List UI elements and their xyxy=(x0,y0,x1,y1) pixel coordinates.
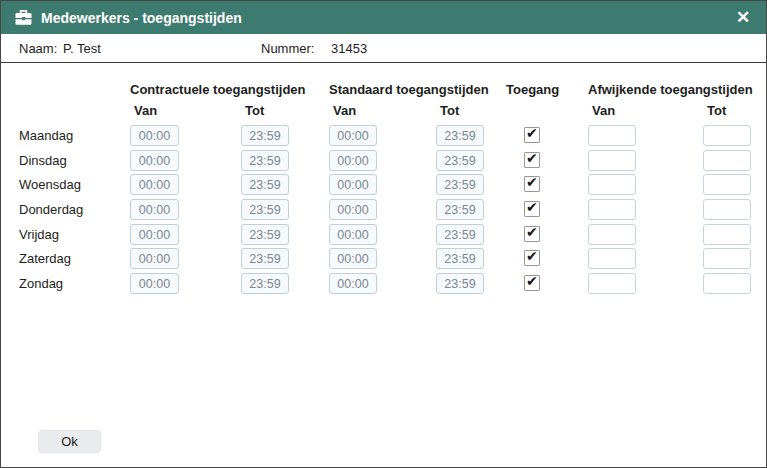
header-standaard-tot: Tot xyxy=(440,103,459,118)
contract-van-input xyxy=(130,199,179,220)
header-standaard-van: Van xyxy=(333,103,356,118)
standaard-van-input xyxy=(329,125,377,146)
contract-van-input xyxy=(130,248,179,269)
ok-button-label: Ok xyxy=(61,434,78,449)
briefcase-icon xyxy=(15,10,32,25)
standaard-van-input xyxy=(329,273,377,294)
day-label: Dinsdag xyxy=(19,150,67,171)
header-contract-tot: Tot xyxy=(245,103,264,118)
standaard-van-input xyxy=(329,199,377,220)
table-row: Donderdag xyxy=(1,199,766,220)
toegang-checkbox[interactable] xyxy=(524,201,540,217)
header-contract-van: Van xyxy=(134,103,157,118)
standaard-tot-input xyxy=(436,174,484,195)
standaard-tot-input xyxy=(436,150,484,171)
standaard-tot-input xyxy=(436,125,484,146)
afwijkend-tot-input[interactable] xyxy=(703,224,751,245)
afwijkend-van-input[interactable] xyxy=(588,199,636,220)
standaard-tot-input xyxy=(436,224,484,245)
standaard-van-input xyxy=(329,174,377,195)
contract-van-input xyxy=(130,273,179,294)
standaard-tot-input xyxy=(436,248,484,269)
contract-tot-input xyxy=(241,248,289,269)
afwijkend-van-input[interactable] xyxy=(588,150,636,171)
day-label: Vrijdag xyxy=(19,224,59,245)
title-bar: Medewerkers - toegangstijden ✕ xyxy=(1,1,766,34)
ok-button[interactable]: Ok xyxy=(38,430,101,453)
employee-header: Naam: P. Test Nummer: 31453 xyxy=(1,34,766,63)
afwijkend-tot-input[interactable] xyxy=(703,248,751,269)
day-label: Woensdag xyxy=(19,174,81,195)
afwijkend-tot-input[interactable] xyxy=(703,174,751,195)
table-row: Dinsdag xyxy=(1,150,766,171)
toegang-checkbox[interactable] xyxy=(524,226,540,242)
day-label: Zondag xyxy=(19,273,63,294)
contract-van-input xyxy=(130,150,179,171)
header-standaard-toegangstijden: Standaard toegangstijden xyxy=(329,82,489,97)
contract-tot-input xyxy=(241,273,289,294)
header-afwijkend-tot: Tot xyxy=(707,103,726,118)
afwijkend-tot-input[interactable] xyxy=(703,273,751,294)
window-title: Medewerkers - toegangstijden xyxy=(41,10,242,26)
contract-tot-input xyxy=(241,224,289,245)
standaard-van-input xyxy=(329,150,377,171)
contract-tot-input xyxy=(241,125,289,146)
table-row: Zondag xyxy=(1,273,766,294)
afwijkend-tot-input[interactable] xyxy=(703,199,751,220)
table-row: Vrijdag xyxy=(1,224,766,245)
contract-tot-input xyxy=(241,150,289,171)
header-afwijkend-van: Van xyxy=(592,103,615,118)
standaard-tot-input xyxy=(436,273,484,294)
day-label: Donderdag xyxy=(19,199,83,220)
header-toegang: Toegang xyxy=(506,82,559,97)
standaard-van-input xyxy=(329,248,377,269)
toegang-checkbox[interactable] xyxy=(524,250,540,266)
nummer-value: 31453 xyxy=(331,41,367,56)
afwijkend-van-input[interactable] xyxy=(588,125,636,146)
afwijkend-van-input[interactable] xyxy=(588,273,636,294)
standaard-tot-input xyxy=(436,199,484,220)
contract-tot-input xyxy=(241,174,289,195)
table-row: Woensdag xyxy=(1,174,766,195)
contract-van-input xyxy=(130,224,179,245)
afwijkend-van-input[interactable] xyxy=(588,174,636,195)
toegang-checkbox[interactable] xyxy=(524,275,540,291)
naam-label: Naam: xyxy=(19,41,57,56)
afwijkend-van-input[interactable] xyxy=(588,224,636,245)
afwijkend-tot-input[interactable] xyxy=(703,150,751,171)
contract-tot-input xyxy=(241,199,289,220)
toegang-checkbox[interactable] xyxy=(524,152,540,168)
dialog-medewerkers-toegangstijden: Medewerkers - toegangstijden ✕ Naam: P. … xyxy=(0,0,767,468)
toegang-checkbox[interactable] xyxy=(524,176,540,192)
day-label: Zaterdag xyxy=(19,248,71,269)
header-contractuele-toegangstijden: Contractuele toegangstijden xyxy=(130,82,306,97)
table-row: Maandag xyxy=(1,125,766,146)
close-icon[interactable]: ✕ xyxy=(731,1,755,34)
contract-van-input xyxy=(130,174,179,195)
nummer-label: Nummer: xyxy=(261,41,314,56)
table-row: Zaterdag xyxy=(1,248,766,269)
standaard-van-input xyxy=(329,224,377,245)
toegang-checkbox[interactable] xyxy=(524,127,540,143)
contract-van-input xyxy=(130,125,179,146)
naam-value: P. Test xyxy=(63,41,101,56)
afwijkend-tot-input[interactable] xyxy=(703,125,751,146)
day-label: Maandag xyxy=(19,125,73,146)
header-afwijkende-toegangstijden: Afwijkende toegangstijden xyxy=(588,82,753,97)
afwijkend-van-input[interactable] xyxy=(588,248,636,269)
